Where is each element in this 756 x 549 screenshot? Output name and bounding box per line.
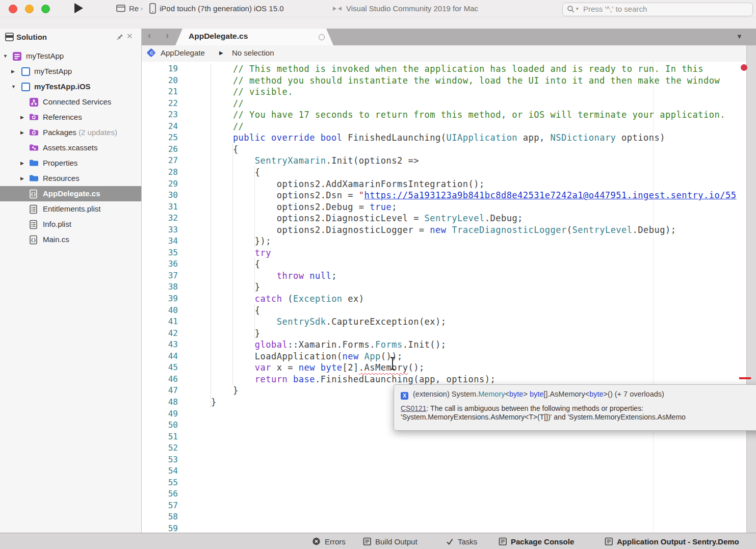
- line-number[interactable]: 26: [142, 144, 178, 155]
- line-number[interactable]: 25: [142, 132, 178, 144]
- tree-item-info-plist[interactable]: Info.plist: [0, 217, 141, 232]
- line-number[interactable]: 53: [142, 454, 178, 466]
- line-number[interactable]: 52: [142, 442, 178, 454]
- line-number[interactable]: 43: [142, 339, 178, 351]
- navigate-back-button[interactable]: ‹: [148, 30, 151, 41]
- tree-item-packages[interactable]: ▶Packages (2 updates): [0, 125, 141, 140]
- status-bar-item-package-console[interactable]: Package Console: [499, 533, 574, 549]
- code-line-39[interactable]: catch (Exception ex): [189, 293, 364, 305]
- code-line-37[interactable]: throw null;: [189, 270, 337, 282]
- code-line-33[interactable]: options2.DiagnosticLogger = new TraceDia…: [189, 224, 676, 236]
- close-icon[interactable]: ✕: [126, 32, 133, 41]
- line-number[interactable]: 20: [142, 75, 178, 87]
- line-number[interactable]: 30: [142, 190, 178, 201]
- chevron-right-icon[interactable]: ▶: [20, 125, 24, 140]
- line-number[interactable]: 37: [142, 270, 178, 282]
- line-number[interactable]: 23: [142, 109, 178, 121]
- line-number[interactable]: 28: [142, 167, 178, 178]
- search-input[interactable]: ▾ Press '^,' to search: [562, 3, 753, 16]
- code-line-35[interactable]: try: [189, 247, 271, 259]
- code-editor[interactable]: 1920212223242526272829303132333435363738…: [142, 62, 746, 533]
- close-window-button[interactable]: [9, 5, 17, 13]
- line-number[interactable]: 24: [142, 121, 178, 133]
- chevron-right-icon[interactable]: ▶: [11, 64, 15, 79]
- code-line-21[interactable]: // visible.: [189, 86, 293, 98]
- code-line-43[interactable]: global::Xamarin.Forms.Forms.Init();: [189, 339, 447, 351]
- line-number[interactable]: 19: [142, 63, 178, 75]
- code-line-47[interactable]: }: [189, 385, 239, 397]
- code-line-24[interactable]: //: [189, 121, 244, 133]
- line-number[interactable]: 33: [142, 224, 178, 236]
- line-number[interactable]: 34: [142, 236, 178, 247]
- code-line-29[interactable]: options2.AddXamarinFormsIntegration();: [189, 178, 485, 190]
- line-number[interactable]: 49: [142, 408, 178, 420]
- code-line-34[interactable]: });: [189, 236, 271, 247]
- navigate-forward-button[interactable]: ›: [166, 30, 169, 41]
- line-number[interactable]: 58: [142, 511, 178, 523]
- code-line-46[interactable]: return base.FinishedLaunching(app, optio…: [189, 374, 496, 385]
- status-bar-item-application-output-sentry-demo[interactable]: Application Output - Sentry.Demo: [605, 533, 739, 549]
- status-bar-item-tasks[interactable]: Tasks: [446, 533, 477, 549]
- tree-item-references[interactable]: ▶References: [0, 110, 141, 125]
- code-line-19[interactable]: // This method is invoked when the appli…: [189, 63, 703, 75]
- code-line-26[interactable]: {: [189, 144, 239, 155]
- status-bar-item-build-output[interactable]: Build Output: [363, 533, 418, 549]
- line-number[interactable]: 44: [142, 351, 178, 362]
- tab-list-dropdown[interactable]: ▼: [736, 33, 743, 40]
- tab-appdelegate[interactable]: AppDelegate.cs: [175, 29, 333, 45]
- tree-item-entitlements-plist[interactable]: Entitlements.plist: [0, 201, 141, 217]
- line-number[interactable]: 46: [142, 374, 178, 385]
- line-number[interactable]: 31: [142, 201, 178, 213]
- line-number[interactable]: 55: [142, 477, 178, 489]
- error-code-link[interactable]: CS0121: [401, 404, 427, 412]
- line-number[interactable]: 38: [142, 281, 178, 293]
- code-line-22[interactable]: //: [189, 98, 244, 110]
- code-line-36[interactable]: {: [189, 258, 260, 270]
- code-line-31[interactable]: options2.Debug = true;: [189, 201, 397, 213]
- code-line-30[interactable]: options2.Dsn = "https://5a193123a9b841bc…: [189, 190, 737, 201]
- line-number[interactable]: 54: [142, 465, 178, 477]
- tree-item-resources[interactable]: ▶Resources: [0, 171, 141, 186]
- code-line-38[interactable]: }: [189, 281, 260, 293]
- search-scope-chevron-icon[interactable]: ▾: [576, 6, 579, 11]
- zoom-window-button[interactable]: [41, 5, 50, 13]
- line-number[interactable]: 41: [142, 316, 178, 328]
- minimize-window-button[interactable]: [25, 5, 34, 13]
- line-number[interactable]: 48: [142, 397, 178, 408]
- chevron-down-icon[interactable]: ▼: [11, 79, 16, 94]
- device-selector[interactable]: iPod touch (7th generation) iOS 15.0: [160, 4, 284, 13]
- code-line-44[interactable]: LoadApplication(new App());: [189, 351, 403, 362]
- line-number[interactable]: 39: [142, 293, 178, 305]
- code-line-42[interactable]: }: [189, 328, 260, 339]
- code-line-20[interactable]: // method you should instantiate the win…: [189, 75, 720, 87]
- chevron-right-icon[interactable]: ▶: [20, 110, 24, 125]
- line-number[interactable]: 57: [142, 500, 178, 512]
- line-number[interactable]: 32: [142, 213, 178, 224]
- tree-item-properties[interactable]: ▶Properties: [0, 155, 141, 171]
- pin-icon[interactable]: [116, 33, 124, 43]
- run-button[interactable]: [74, 3, 83, 13]
- chevron-right-icon[interactable]: ▶: [20, 171, 24, 186]
- tree-item-connected-services[interactable]: Connected Services: [0, 94, 141, 110]
- code-line-41[interactable]: SentrySdk.CaptureException(ex);: [189, 316, 447, 328]
- tree-item-mytestapp[interactable]: ▶myTestApp: [0, 64, 141, 79]
- line-number[interactable]: 47: [142, 385, 178, 397]
- code-line-27[interactable]: SentryXamarin.Init(options2 =>: [189, 155, 419, 167]
- chevron-down-icon[interactable]: ▼: [3, 48, 8, 64]
- breadcrumb-class[interactable]: AppDelegate: [161, 48, 205, 57]
- breadcrumb-selection[interactable]: No selection: [232, 48, 274, 57]
- chevron-right-icon[interactable]: ▶: [20, 155, 24, 171]
- code-line-40[interactable]: {: [189, 305, 260, 317]
- line-number[interactable]: 40: [142, 305, 178, 317]
- line-number[interactable]: 36: [142, 258, 178, 270]
- line-number[interactable]: 50: [142, 420, 178, 431]
- code-line-25[interactable]: public override bool FinishedLaunching(U…: [189, 132, 665, 144]
- line-number[interactable]: 21: [142, 86, 178, 98]
- line-number[interactable]: 56: [142, 488, 178, 500]
- line-number[interactable]: 42: [142, 328, 178, 339]
- code-line-32[interactable]: options2.DiagnosticLevel = SentryLevel.D…: [189, 213, 523, 224]
- line-number[interactable]: 29: [142, 178, 178, 190]
- line-number[interactable]: 45: [142, 362, 178, 374]
- tree-item-mytestapp-ios[interactable]: ▼myTestApp.iOS: [0, 79, 141, 94]
- tree-item-main-cs[interactable]: {}Main.cs: [0, 232, 141, 247]
